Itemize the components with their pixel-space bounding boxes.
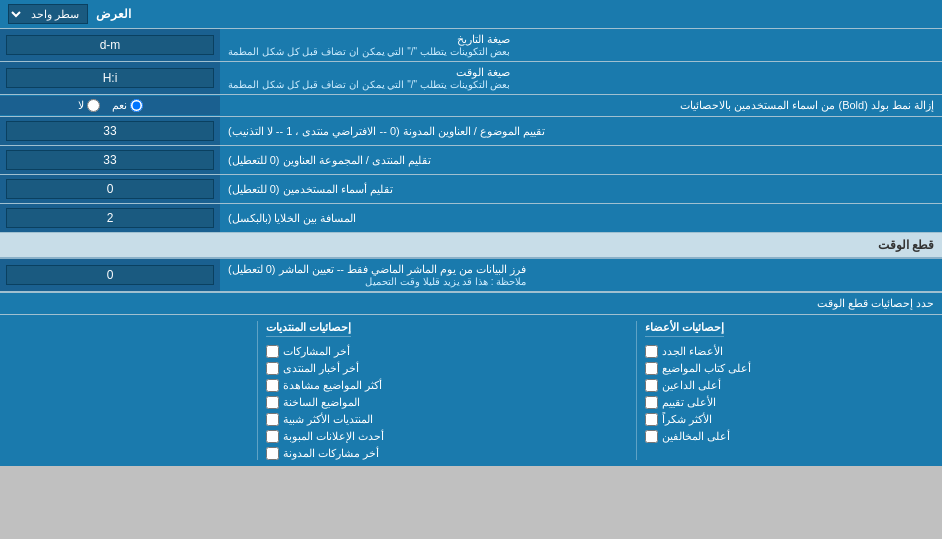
date-format-row: صيغة التاريخ بعض التكوينات يتطلب "/" الت… bbox=[0, 29, 942, 62]
time-format-row: صيغة الوقت بعض التكوينات يتطلب "/" التي … bbox=[0, 62, 942, 95]
column-gap-label: المسافة بين الخلايا (بالبكسل) bbox=[220, 204, 942, 232]
checkbox-most-viewed[interactable] bbox=[266, 379, 279, 392]
cb-last-news: أخر أخبار المنتدى bbox=[266, 362, 359, 375]
username-trim-input[interactable] bbox=[6, 179, 214, 199]
empty-col bbox=[8, 321, 249, 460]
checkbox-new-members[interactable] bbox=[645, 345, 658, 358]
cb-most-viewed: أكثر المواضيع مشاهدة bbox=[266, 379, 382, 392]
radio-yes-label[interactable]: نعم bbox=[112, 99, 143, 112]
checkbox-popular-forums[interactable] bbox=[266, 413, 279, 426]
title-label: العرض bbox=[96, 7, 131, 21]
checkbox-top-rated[interactable] bbox=[645, 396, 658, 409]
checkboxes-area: إحصائيات الأعضاء الأعضاء الجدد أعلى كتاب… bbox=[0, 315, 942, 466]
date-format-sub: بعض التكوينات يتطلب "/" التي يمكن ان تضا… bbox=[228, 46, 510, 57]
checkbox-top-writers[interactable] bbox=[645, 362, 658, 375]
cb-new-members: الأعضاء الجدد bbox=[645, 345, 723, 358]
time-format-title: صيغة الوقت bbox=[228, 66, 510, 79]
cb-most-thanks: الأكثر شكراً bbox=[645, 413, 712, 426]
cb-last-posts: أخر المشاركات bbox=[266, 345, 350, 358]
time-format-input-wrap bbox=[0, 62, 220, 94]
cb-last-blog-posts: أخر مشاركات المدونة bbox=[266, 447, 379, 460]
bold-remove-label: إزالة نمط بولد (Bold) من اسماء المستخدمي… bbox=[220, 95, 942, 116]
checkbox-top-violators[interactable] bbox=[645, 430, 658, 443]
checkbox-last-blog-posts[interactable] bbox=[266, 447, 279, 460]
forum-group-input[interactable] bbox=[6, 150, 214, 170]
bottom-stats-label: حدد إحصائيات قطع الوقت bbox=[817, 297, 934, 310]
time-format-sub: بعض التكوينات يتطلب "/" التي يمكن ان تضا… bbox=[228, 79, 510, 90]
date-format-input[interactable] bbox=[6, 35, 214, 55]
divider-1 bbox=[636, 321, 637, 460]
radio-no-label[interactable]: لا bbox=[78, 99, 100, 112]
member-stats-header: إحصائيات الأعضاء bbox=[645, 321, 724, 337]
forum-group-input-wrap bbox=[0, 146, 220, 174]
cb-top-writers: أعلى كتاب المواضيع bbox=[645, 362, 751, 375]
cb-top-rated: الأعلى تقييم bbox=[645, 396, 716, 409]
checkbox-latest-classifieds[interactable] bbox=[266, 430, 279, 443]
topic-count-input[interactable] bbox=[6, 121, 214, 141]
cutoff-days-sub: ملاحظة : هذا قد يزيد قليلا وقت التحميل bbox=[228, 276, 526, 287]
cutoff-days-label: فرز البيانات من يوم الماشر الماضي فقط --… bbox=[220, 259, 942, 291]
post-stats-col: إحصائيات المنتديات أخر المشاركات أخر أخب… bbox=[266, 321, 628, 460]
display-select[interactable]: سطر واحد سطرين ثلاثة أسطر bbox=[8, 4, 88, 24]
username-trim-label: تقليم أسماء المستخدمين (0 للتعطيل) bbox=[220, 175, 942, 203]
column-gap-input-wrap bbox=[0, 204, 220, 232]
divider-2 bbox=[257, 321, 258, 460]
cutoff-days-row: فرز البيانات من يوم الماشر الماضي فقط --… bbox=[0, 259, 942, 292]
column-gap-input[interactable] bbox=[6, 208, 214, 228]
bottom-stats-section: حدد إحصائيات قطع الوقت إحصائيات الأعضاء … bbox=[0, 292, 942, 466]
time-format-label: صيغة الوقت بعض التكوينات يتطلب "/" التي … bbox=[220, 62, 942, 94]
bold-remove-row: إزالة نمط بولد (Bold) من اسماء المستخدمي… bbox=[0, 95, 942, 117]
forum-group-label: تقليم المنتدى / المجموعة العناوين (0 للت… bbox=[220, 146, 942, 174]
date-format-label: صيغة التاريخ بعض التكوينات يتطلب "/" الت… bbox=[220, 29, 942, 61]
cb-popular-forums: المنتديات الأكثر شبية bbox=[266, 413, 373, 426]
cb-top-inviters: أعلى الداعين bbox=[645, 379, 721, 392]
checkbox-last-news[interactable] bbox=[266, 362, 279, 375]
cb-top-violators: أعلى المخالفين bbox=[645, 430, 730, 443]
cutoff-days-input[interactable] bbox=[6, 265, 214, 285]
select-wrapper: سطر واحد سطرين ثلاثة أسطر bbox=[8, 4, 88, 24]
bottom-stats-header: حدد إحصائيات قطع الوقت bbox=[0, 293, 942, 315]
time-format-input[interactable] bbox=[6, 68, 214, 88]
username-trim-row: تقليم أسماء المستخدمين (0 للتعطيل) bbox=[0, 175, 942, 204]
radio-no[interactable] bbox=[87, 99, 100, 112]
post-stats-header: إحصائيات المنتديات bbox=[266, 321, 351, 337]
checkbox-most-thanks[interactable] bbox=[645, 413, 658, 426]
date-format-title: صيغة التاريخ bbox=[228, 33, 510, 46]
username-trim-input-wrap bbox=[0, 175, 220, 203]
cutoff-days-title: فرز البيانات من يوم الماشر الماضي فقط --… bbox=[228, 263, 526, 276]
column-gap-row: المسافة بين الخلايا (بالبكسل) bbox=[0, 204, 942, 233]
radio-yes[interactable] bbox=[130, 99, 143, 112]
checkbox-last-posts[interactable] bbox=[266, 345, 279, 358]
header-row: العرض سطر واحد سطرين ثلاثة أسطر bbox=[0, 0, 942, 29]
stats-header-col: إحصائيات الأعضاء الأعضاء الجدد أعلى كتاب… bbox=[645, 321, 934, 460]
main-container: العرض سطر واحد سطرين ثلاثة أسطر صيغة الت… bbox=[0, 0, 942, 466]
checkbox-top-inviters[interactable] bbox=[645, 379, 658, 392]
cb-hot-topics: المواضيع الساخنة bbox=[266, 396, 360, 409]
forum-group-row: تقليم المنتدى / المجموعة العناوين (0 للت… bbox=[0, 146, 942, 175]
cutoff-header-text: قطع الوقت bbox=[878, 238, 934, 252]
cb-latest-classifieds: أحدث الإعلانات المبوبة bbox=[266, 430, 384, 443]
checkbox-hot-topics[interactable] bbox=[266, 396, 279, 409]
cutoff-days-input-wrap bbox=[0, 259, 220, 291]
bold-remove-options: نعم لا bbox=[0, 96, 220, 115]
topic-count-row: تقييم الموضوع / العناوين المدونة (0 -- ا… bbox=[0, 117, 942, 146]
topic-count-input-wrap bbox=[0, 117, 220, 145]
cutoff-section-header: قطع الوقت bbox=[0, 233, 942, 259]
topic-count-label: تقييم الموضوع / العناوين المدونة (0 -- ا… bbox=[220, 117, 942, 145]
date-format-input-wrap bbox=[0, 29, 220, 61]
